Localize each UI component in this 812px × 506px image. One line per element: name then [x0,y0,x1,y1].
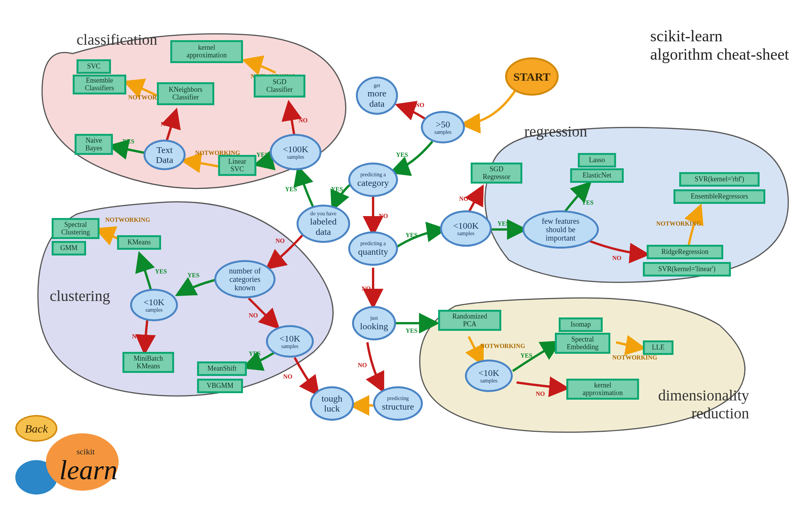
kernel-approximation-algo[interactable]: kernelapproximation [170,40,243,63]
predicting-quantity-node[interactable]: predicting aquantity [348,231,398,266]
more-data-node[interactable]: getmoredata [356,76,398,115]
lt10k-dimred-node[interactable]: <10Ksamples [465,360,513,392]
svg-text:YES: YES [497,220,509,227]
ensemble-classifiers-algo[interactable]: EnsembleClassifiers [73,75,126,94]
svg-text:NO: NO [415,102,424,108]
svg-text:NO: NO [161,121,170,127]
scikit-learn-logo: scikit learn [10,412,143,496]
naive-bayes-algo[interactable]: NaiveBayes [75,134,113,155]
lt10k-clustering-b-node[interactable]: <10Ksamples [266,325,314,358]
kneighbors-classifier-algo[interactable]: KNeighborsClassifier [157,82,214,105]
clustering-heading: clustering [50,287,110,305]
svg-text:YES: YES [256,151,268,158]
svg-text:NO: NO [536,390,545,397]
kmeans-algo[interactable]: KMeans [117,235,161,250]
svg-text:YES: YES [331,186,343,192]
svg-text:NOTWORKING: NOTWORKING [656,220,701,227]
ridge-regression-algo[interactable]: RidgeRegression [647,245,723,259]
svg-text:NOTWORKING: NOTWORKING [612,354,657,361]
svg-text:NOTWORKING: NOTWORKING [105,216,150,223]
svr-rbf-algo[interactable]: SVR(kernel='rbf') [679,172,760,187]
svg-text:YES: YES [406,327,417,334]
isomap-algo[interactable]: Isomap [559,317,603,332]
svg-text:YES: YES [582,199,594,206]
gt50-samples-node[interactable]: >50samples [421,111,465,143]
text-data-node[interactable]: TextData [143,140,186,170]
spectral-embedding-algo[interactable]: SpectralEmbedding [555,333,610,354]
svg-text:NO: NO [276,238,285,244]
page-title: scikit-learnalgorithm cheat-sheet [650,27,789,64]
svg-text:YES: YES [520,352,532,359]
svg-text:NO: NO [249,312,258,319]
linear-svc-algo[interactable]: LinearSVC [218,155,256,176]
svg-text:YES: YES [188,272,199,278]
svg-text:NO: NO [379,213,388,219]
svg-text:NO: NO [459,195,468,202]
svg-text:NO: NO [362,285,371,292]
svr-linear-algo[interactable]: SVR(kernel='linear') [643,262,731,277]
labeled-data-node[interactable]: do you havelabeleddata [297,205,350,243]
gmm-algo[interactable]: GMM [52,241,86,255]
elasticnet-algo[interactable]: ElasticNet [570,168,624,183]
sgd-regressor-algo[interactable]: SGDRegressor [471,163,522,184]
svg-text:NOTWORKING: NOTWORKING [480,343,525,349]
sgd-classifier-algo[interactable]: SGDClassifier [254,75,305,98]
classification-heading: classification [77,31,157,49]
spectral-clustering-algo[interactable]: SpectralClustering [52,218,99,239]
svg-text:YES: YES [249,350,261,357]
lasso-algo[interactable]: Lasso [578,153,616,168]
svg-text:YES: YES [396,151,408,158]
svg-text:NO: NO [612,255,621,261]
svg-text:YES: YES [406,232,417,238]
svg-text:NO: NO [358,362,367,368]
svg-text:learn: learn [59,455,117,485]
tough-luck-node[interactable]: toughluck [310,386,354,421]
lt100k-classification-node[interactable]: <100Ksamples [270,134,321,170]
svg-text:YES: YES [155,268,167,275]
kernel-approximation-dr-algo[interactable]: kernelapproximation [566,379,639,400]
ensemble-regressors-algo[interactable]: EnsembleRegressors [673,189,765,204]
vbgmm-algo[interactable]: VBGMM [197,379,243,393]
predicting-structure-node[interactable]: predictingstructure [373,386,423,421]
regression-heading: regression [524,122,587,140]
start-node[interactable]: START [505,57,559,96]
svg-text:YES: YES [122,138,134,145]
minibatch-kmeans-algo[interactable]: MiniBatchKMeans [122,352,174,373]
num-categories-known-node[interactable]: number ofcategoriesknown [214,260,276,298]
svg-text:NO: NO [132,333,141,340]
meanshift-algo[interactable]: MeanShift [197,361,247,376]
predicting-category-node[interactable]: predicting acategory [348,163,398,197]
svg-text:YES: YES [285,186,297,192]
randomized-pca-algo[interactable]: RandomizedPCA [438,310,501,331]
svc-algo[interactable]: SVC [77,59,111,74]
lle-algo[interactable]: LLE [643,340,673,355]
lt100k-regression-node[interactable]: <100Ksamples [440,210,492,247]
few-features-node[interactable]: few featuresshould beimportant [522,210,599,249]
lt10k-clustering-a-node[interactable]: <10Ksamples [130,289,178,321]
svg-text:NO: NO [283,373,292,380]
svg-text:NO: NO [298,117,308,124]
just-looking-node[interactable]: justlooking [352,306,396,340]
dimred-heading: dimensionalityreduction [658,386,749,422]
